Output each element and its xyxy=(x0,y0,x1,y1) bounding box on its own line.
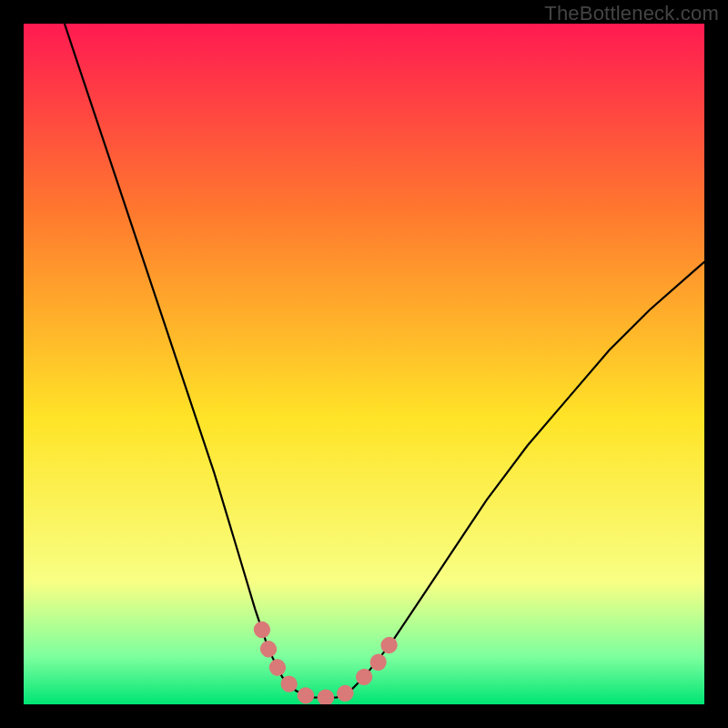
plot-area xyxy=(24,24,704,704)
watermark-text: TheBottleneck.com xyxy=(544,2,719,25)
chart-frame: TheBottleneck.com xyxy=(0,0,728,728)
bottleneck-chart xyxy=(24,24,704,704)
gradient-background xyxy=(24,24,704,704)
